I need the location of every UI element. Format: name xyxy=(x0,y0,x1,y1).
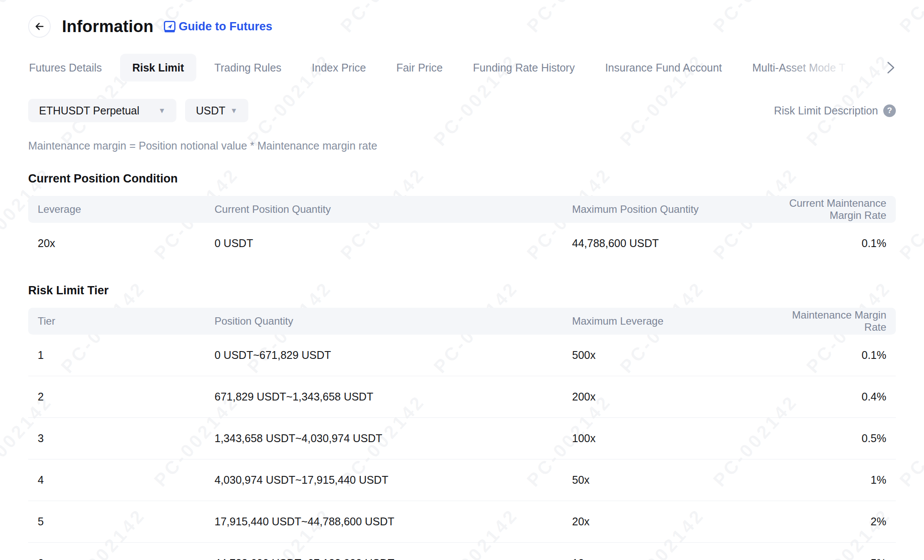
guide-book-icon xyxy=(163,20,176,33)
table-cell: 20x xyxy=(572,515,789,528)
contract-select[interactable]: ETHUSDT Perpetual ▼ xyxy=(28,99,176,122)
tab-multi-asset-mode-t[interactable]: Multi-Asset Mode T xyxy=(740,54,858,81)
caret-down-icon: ▼ xyxy=(230,107,238,114)
table-cell: 1% xyxy=(789,474,886,486)
table-header-row: TierPosition QuantityMaximum LeverageMai… xyxy=(28,308,896,335)
content: Information Guide to Futures Futures Det… xyxy=(0,0,924,560)
table-cell: 2% xyxy=(789,515,886,528)
table-cell: 44,788,600 USDT~67,182,900 USDT xyxy=(215,557,572,560)
table-cell: 10x xyxy=(572,557,789,560)
table-cell: 44,788,600 USDT xyxy=(572,237,789,250)
caret-down-icon: ▼ xyxy=(158,107,166,114)
page-header: Information Guide to Futures xyxy=(28,0,896,40)
column-header-leverage: Leverage xyxy=(38,203,215,215)
selects: ETHUSDT Perpetual ▼ USDT ▼ xyxy=(28,99,248,122)
table-cell: 671,829 USDT~1,343,658 USDT xyxy=(215,391,572,403)
column-header-tier: Tier xyxy=(38,315,215,327)
current-position-condition-heading: Current Position Condition xyxy=(28,172,896,186)
table-cell: 0.4% xyxy=(789,391,886,403)
table-cell: 0.5% xyxy=(789,432,886,445)
back-button[interactable] xyxy=(28,15,51,38)
table-row: 31,343,658 USDT~4,030,974 USDT100x0.5% xyxy=(28,418,896,459)
table-cell: 0 USDT xyxy=(215,237,572,250)
table-cell: 4 xyxy=(38,474,215,486)
table-row: 644,788,600 USDT~67,182,900 USDT10x5% xyxy=(28,543,896,560)
table-cell: 500x xyxy=(572,349,789,361)
information-page: PC-002142PC-002142PC-002142PC-002142PC-0… xyxy=(0,0,924,560)
tab-trading-rules[interactable]: Trading Rules xyxy=(202,54,294,81)
tab-futures-details[interactable]: Futures Details xyxy=(17,54,114,81)
table-cell: 0.1% xyxy=(789,349,886,361)
risk-limit-description-label: Risk Limit Description xyxy=(774,104,878,117)
table-cell: 50x xyxy=(572,474,789,486)
table-cell: 6 xyxy=(38,557,215,560)
table-cell: 5% xyxy=(789,557,886,560)
tab-fair-price[interactable]: Fair Price xyxy=(384,54,455,81)
column-header-maintenance-margin-rate: Maintenance Margin Rate xyxy=(789,309,886,333)
currency-select-value: USDT xyxy=(196,104,225,117)
guide-link-label: Guide to Futures xyxy=(179,20,272,33)
table-cell: 0.1% xyxy=(789,237,886,250)
maintenance-margin-formula: Maintenance margin = Position notional v… xyxy=(28,140,896,152)
table-cell: 0 USDT~671,829 USDT xyxy=(215,349,572,361)
table-cell: 17,915,440 USDT~44,788,600 USDT xyxy=(215,515,572,528)
risk-limit-description: Risk Limit Description ? xyxy=(774,104,896,117)
risk-limit-tier-heading: Risk Limit Tier xyxy=(28,284,896,297)
table-cell: 2 xyxy=(38,391,215,403)
tabs-row: Futures DetailsRisk LimitTrading RulesIn… xyxy=(28,53,896,82)
table-row: 20x0 USDT44,788,600 USDT0.1% xyxy=(28,223,896,264)
table-cell: 1 xyxy=(38,349,215,361)
contract-select-value: ETHUSDT Perpetual xyxy=(39,104,140,117)
column-header-current-maintenance-margin-rate: Current Maintenance Margin Rate xyxy=(789,197,886,221)
tabs-scroll-right-chevron-icon[interactable] xyxy=(884,60,896,75)
table-cell: 4,030,974 USDT~17,915,440 USDT xyxy=(215,474,572,486)
table-row: 517,915,440 USDT~44,788,600 USDT20x2% xyxy=(28,501,896,543)
table-header-row: LeverageCurrent Position QuantityMaximum… xyxy=(28,196,896,223)
table-cell: 20x xyxy=(38,237,215,250)
guide-to-futures-link[interactable]: Guide to Futures xyxy=(163,20,272,33)
page-title: Information xyxy=(62,17,153,36)
currency-select[interactable]: USDT ▼ xyxy=(185,99,248,122)
help-question-icon[interactable]: ? xyxy=(883,104,896,117)
column-header-position-quantity: Position Quantity xyxy=(215,315,572,327)
tab-risk-limit[interactable]: Risk Limit xyxy=(120,54,196,81)
table-cell: 100x xyxy=(572,432,789,445)
column-header-maximum-leverage: Maximum Leverage xyxy=(572,315,789,327)
table-cell: 200x xyxy=(572,391,789,403)
table-row: 2671,829 USDT~1,343,658 USDT200x0.4% xyxy=(28,376,896,418)
tab-insurance-fund-account[interactable]: Insurance Fund Account xyxy=(593,54,734,81)
column-header-maximum-position-quantity: Maximum Position Quantity xyxy=(572,203,789,215)
table-cell: 3 xyxy=(38,432,215,445)
table-cell: 5 xyxy=(38,515,215,528)
tab-index-price[interactable]: Index Price xyxy=(299,54,378,81)
tab-funding-rate-history[interactable]: Funding Rate History xyxy=(461,54,587,81)
column-header-current-position-quantity: Current Position Quantity xyxy=(215,203,572,215)
table-cell: 1,343,658 USDT~4,030,974 USDT xyxy=(215,432,572,445)
table-row: 44,030,974 USDT~17,915,440 USDT50x1% xyxy=(28,459,896,501)
tab-bar: Futures DetailsRisk LimitTrading RulesIn… xyxy=(17,53,884,82)
risk-limit-tier-table: TierPosition QuantityMaximum LeverageMai… xyxy=(28,308,896,560)
arrow-left-icon xyxy=(34,21,45,32)
current-position-condition-table: LeverageCurrent Position QuantityMaximum… xyxy=(28,196,896,264)
selector-row: ETHUSDT Perpetual ▼ USDT ▼ Risk Limit De… xyxy=(28,99,896,122)
table-row: 10 USDT~671,829 USDT500x0.1% xyxy=(28,335,896,376)
